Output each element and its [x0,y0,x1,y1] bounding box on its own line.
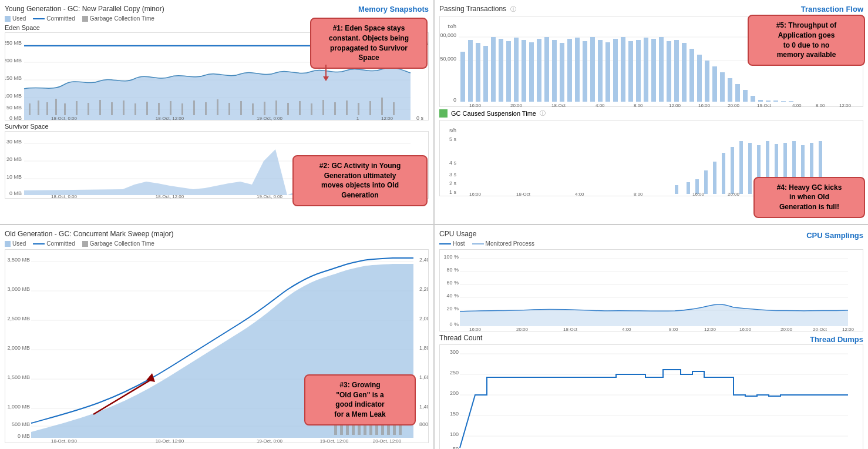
cpu-title-right: CPU Samplings [806,231,863,240]
old-gen-legend-committed: Committed [33,240,75,247]
svg-rect-20 [76,101,78,115]
main-grid: Young Generation - GC: New Parallel Copy… [0,0,868,449]
svg-text:4 s: 4 s [449,160,457,166]
svg-rect-19 [64,103,66,115]
thread-section: Thread Count Thread Dumps 300 250 200 15… [439,334,863,449]
old-used-icon [5,241,11,247]
svg-text:19-Oct, 0:00: 19-Oct, 0:00 [257,194,283,199]
svg-text:8:00: 8:00 [669,327,678,332]
svg-text:100 MB: 100 MB [5,93,22,99]
svg-text:0 MB: 0 MB [18,433,30,439]
legend-gc-time: Garbage Collection Time [82,15,154,22]
svg-text:800 s: 800 s [419,421,428,427]
cpu-chart: 100 % 80 % 60 % 40 % 20 % 0 % [439,249,863,331]
svg-text:250 MB: 250 MB [5,40,22,46]
svg-rect-73 [460,52,465,102]
svg-rect-111 [751,96,755,102]
svg-text:1,600 s: 1,600 s [419,374,428,380]
svg-rect-44 [358,103,359,115]
svg-text:16:00: 16:00 [739,327,752,332]
svg-text:200 MB: 200 MB [5,58,22,63]
old-gen-legend-used: Used [5,240,26,247]
svg-text:3,500 MB: 3,500 MB [7,257,30,263]
svg-rect-108 [728,78,732,102]
callout-2: #2: GC Activity in YoungGeneration ultim… [292,155,428,206]
old-gc-label: Garbage Collection Time [90,240,154,247]
svg-text:5 s: 5 s [449,136,457,142]
svg-rect-32 [217,99,218,115]
svg-text:100,000: 100,000 [440,32,456,38]
svg-text:20-Oct: 20-Oct [813,327,827,332]
svg-rect-37 [275,100,277,115]
panel-cpu-thread: CPU Usage CPU Samplings Host Monitored P… [435,225,868,449]
svg-text:2,000 MB: 2,000 MB [7,345,30,351]
svg-marker-66 [323,76,329,81]
svg-text:12:00: 12:00 [842,327,854,332]
svg-text:s/h: s/h [449,128,456,133]
svg-rect-103 [689,49,694,102]
svg-text:4:00: 4:00 [575,192,584,197]
svg-text:19-Oct, 0:00: 19-Oct, 0:00 [257,438,283,444]
svg-rect-46 [381,98,383,115]
panel-old-generation: Old Generation - GC: Concurrent Mark Swe… [0,225,433,449]
panel-title-old-gen: Old Generation - GC: Concurrent Mark Swe… [5,230,429,238]
panel-young-generation: Young Generation - GC: New Parallel Copy… [0,0,433,224]
svg-text:4:00: 4:00 [622,327,631,332]
svg-text:18-Oct, 12:00: 18-Oct, 12:00 [156,438,184,444]
svg-rect-96 [636,40,641,102]
gc-suspension-icon [439,109,448,118]
svg-text:20:00: 20:00 [728,192,740,197]
svg-text:2,200 s: 2,200 s [419,286,428,292]
svg-text:4:00: 4:00 [792,103,802,108]
svg-text:18-Oct: 18-Oct [516,192,531,197]
svg-text:500 MB: 500 MB [12,421,30,427]
svg-text:100: 100 [450,431,459,437]
svg-text:1,400 s: 1,400 s [419,404,428,410]
legend-gc-time-label: Garbage Collection Time [90,15,154,22]
svg-text:16:00: 16:00 [692,192,705,197]
svg-rect-18 [55,99,57,115]
monitored-label: Monitored Process [486,240,534,247]
svg-rect-15 [29,103,31,115]
svg-text:1 s: 1 s [449,189,457,195]
svg-rect-39 [299,101,301,115]
svg-text:8:00: 8:00 [634,103,643,108]
svg-rect-85 [552,40,557,102]
svg-text:12:00: 12:00 [669,103,681,108]
thread-header: Thread Count Thread Dumps [439,334,863,344]
svg-rect-141 [675,185,678,194]
callout-5: #5: Throughput ofApplication goesto 0 du… [748,15,865,66]
svg-text:250: 250 [450,370,459,376]
old-used-label: Used [12,240,26,247]
svg-rect-74 [468,40,473,102]
svg-text:50: 50 [453,446,459,449]
svg-text:12:00: 12:00 [839,103,852,108]
panel-title-transaction-flow: Transaction Flow [801,5,863,14]
svg-rect-87 [567,39,572,102]
svg-text:12:00: 12:00 [381,116,393,121]
svg-text:19-Oct, 12:00: 19-Oct, 12:00 [320,438,349,444]
svg-text:200: 200 [450,390,459,396]
svg-rect-116 [789,101,793,102]
cpu-title: CPU Usage [439,230,476,238]
svg-rect-105 [705,61,709,102]
svg-text:40 %: 40 % [446,293,459,299]
svg-rect-80 [514,38,519,102]
gc-suspension-header: GC Caused Suspension Time ⓘ [439,109,863,118]
panel-title-memory-snapshots: Memory Snapshots [358,5,429,14]
gc-suspension-info: ⓘ [540,109,546,118]
svg-text:30 MB: 30 MB [6,139,22,145]
thread-chart: 300 250 200 150 100 50 [439,344,863,449]
svg-rect-90 [590,37,595,102]
svg-rect-41 [322,100,324,115]
cpu-legend-monitored: Monitored Process [472,240,534,247]
svg-text:19-Oct, 0:00: 19-Oct, 0:00 [257,116,283,121]
svg-rect-107 [720,72,725,102]
svg-rect-92 [605,42,610,102]
svg-rect-98 [651,39,656,102]
panel-transactions: Passing Transactions ⓘ Transaction Flow … [435,0,868,224]
svg-rect-17 [46,102,48,115]
host-icon [439,243,451,244]
svg-rect-25 [134,103,136,115]
svg-rect-102 [682,43,687,102]
